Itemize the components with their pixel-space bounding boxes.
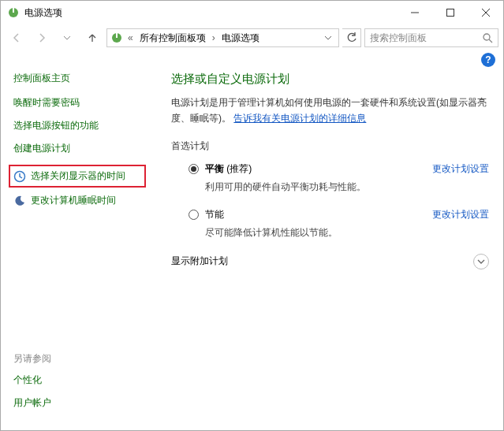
svg-rect-1 (13, 8, 14, 13)
sidebar-item-label: 更改计算机睡眠时间 (31, 194, 116, 207)
sidebar-link-create-plan[interactable]: 创建电源计划 (13, 142, 146, 155)
search-placeholder: 搜索控制面板 (370, 32, 427, 45)
plan-desc-balanced: 利用可用的硬件自动平衡功耗与性能。 (205, 180, 489, 194)
change-plan-settings-link[interactable]: 更改计划设置 (432, 208, 489, 221)
breadcrumb-item[interactable]: 电源选项 (220, 32, 261, 45)
window-title: 电源选项 (24, 6, 397, 20)
svg-point-8 (483, 34, 490, 40)
help-icon[interactable]: ? (481, 53, 495, 67)
recent-dropdown[interactable] (56, 28, 78, 47)
crumb-sep: « (126, 32, 135, 43)
minimize-button[interactable] (397, 1, 432, 24)
see-also-user-accounts[interactable]: 用户帐户 (13, 396, 146, 410)
preferred-plans-label: 首选计划 (171, 139, 489, 153)
address-dropdown[interactable] (321, 34, 335, 42)
breadcrumb-item[interactable]: 所有控制面板项 (138, 32, 207, 45)
forward-button[interactable] (31, 28, 53, 47)
power-icon (110, 32, 123, 44)
svg-rect-7 (116, 33, 118, 38)
power-icon (7, 6, 20, 19)
clock-icon (13, 170, 26, 183)
plan-radio-balanced[interactable] (189, 164, 199, 174)
address-bar[interactable]: « 所有控制面板项 › 电源选项 (106, 28, 339, 47)
page-description: 电源计划是用于管理计算机如何使用电源的一套硬件和系统设置(如显示器亮度、睡眠等)… (171, 95, 489, 127)
details-link[interactable]: 告诉我有关电源计划的详细信息 (233, 113, 366, 124)
sidebar-link-password[interactable]: 唤醒时需要密码 (13, 96, 146, 110)
refresh-button[interactable] (342, 28, 361, 47)
moon-icon (13, 195, 26, 207)
see-also-personalization[interactable]: 个性化 (13, 373, 146, 387)
control-panel-home[interactable]: 控制面板主页 (13, 72, 146, 85)
see-also-heading: 另请参阅 (13, 352, 146, 366)
maximize-button[interactable] (432, 1, 468, 24)
up-button[interactable] (81, 28, 103, 47)
plan-name-balanced: 平衡 (推荐) (205, 162, 252, 176)
page-heading: 选择或自定义电源计划 (171, 72, 489, 87)
chevron-right-icon[interactable]: › (211, 32, 217, 43)
back-button[interactable] (6, 28, 28, 47)
sidebar-link-power-button[interactable]: 选择电源按钮的功能 (13, 119, 146, 132)
close-button[interactable] (468, 1, 503, 24)
sidebar-link-sleep[interactable]: 更改计算机睡眠时间 (13, 194, 146, 207)
svg-line-9 (489, 39, 492, 43)
sidebar-link-display-off[interactable]: 选择关闭显示器的时间 (9, 165, 146, 188)
show-additional-plans[interactable]: 显示附加计划 (171, 255, 228, 268)
sidebar-item-label: 选择关闭显示器的时间 (31, 169, 125, 183)
plan-name-saver: 节能 (205, 208, 224, 221)
search-icon (483, 33, 493, 43)
search-input[interactable]: 搜索控制面板 (364, 28, 498, 47)
change-plan-settings-link[interactable]: 更改计划设置 (432, 162, 489, 176)
plan-radio-saver[interactable] (189, 210, 199, 220)
plan-desc-saver: 尽可能降低计算机性能以节能。 (205, 226, 489, 240)
expand-button[interactable] (473, 254, 489, 269)
svg-rect-3 (446, 9, 454, 17)
